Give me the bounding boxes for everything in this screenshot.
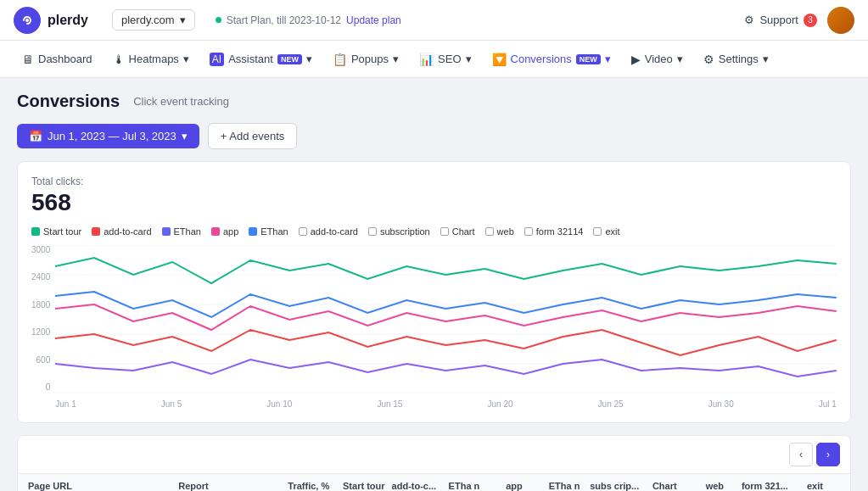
avatar[interactable]	[827, 7, 854, 34]
gear-icon: ⚙	[744, 14, 754, 26]
col-header-exit: exit ⓘ ↑↓	[790, 481, 840, 491]
update-plan-link[interactable]: Update plan	[346, 14, 401, 26]
legend-item-exit[interactable]: exit	[593, 226, 619, 237]
support-badge: 3	[804, 14, 817, 27]
settings-icon: ⚙	[703, 53, 714, 66]
col-label-subs-crip: subs crip...	[590, 481, 639, 491]
plan-text: Start Plan, till 2023-10-12	[227, 14, 341, 26]
logo: plerdy	[14, 7, 98, 34]
legend-dot-ethan2	[249, 227, 257, 236]
col-label-exit: exit	[807, 481, 823, 491]
legend-item-ethan1[interactable]: EThan	[162, 226, 201, 237]
avatar-image	[827, 7, 854, 34]
x-axis: Jun 1 Jun 5 Jun 10 Jun 15 Jun 20 Jun 25 …	[55, 399, 837, 409]
chevron-down-icon: ▾	[182, 130, 188, 142]
chart-card: Total clicks: 568 Start tour add-to-card…	[17, 161, 851, 423]
chart-legend: Start tour add-to-card EThan app EThan a…	[31, 226, 837, 237]
svg-point-1	[25, 19, 29, 22]
chevron-down-icon: ▾	[605, 53, 611, 65]
logo-text: plerdy	[48, 13, 88, 28]
page-header: Conversions Click event tracking	[17, 92, 851, 111]
legend-item-app[interactable]: app	[211, 226, 238, 237]
legend-item-subscription[interactable]: subscription	[368, 226, 430, 237]
date-range-label: Jun 1, 2023 — Jul 3, 2023	[48, 130, 176, 142]
calendar-icon: 📅	[29, 130, 42, 142]
nav-label-conversions: Conversions	[511, 53, 572, 65]
col-header-add-to-c: add-to-c... ⓘ ↑↓	[389, 481, 439, 491]
col-header-ethan-n: ETha n ⓘ ↑↓	[439, 481, 489, 491]
site-selector[interactable]: plerdy.com ▾	[112, 9, 195, 31]
legend-item-form32114[interactable]: form 32114	[524, 226, 584, 237]
main-nav: 🖥 Dashboard 🌡 Heatmaps ▾ AI Assistant NE…	[0, 41, 868, 78]
chevron-down-icon: ▾	[763, 53, 769, 65]
nav-item-conversions[interactable]: 🔽 Conversions NEW ▾	[484, 47, 619, 71]
nav-item-popups[interactable]: 📋 Popups ▾	[324, 47, 407, 71]
col-header-chart: Chart ⓘ ↑↓	[640, 481, 690, 491]
col-header-traffic: Traffic, % □ / □ / □	[278, 481, 339, 491]
nav-label-seo: SEO	[438, 53, 461, 65]
legend-checkbox-chart	[440, 227, 449, 236]
chevron-down-icon: ▾	[677, 53, 683, 65]
col-header-subs-crip: subs crip... ⓘ ↑↓	[590, 481, 640, 491]
table-header: Page URL / □ / □ Report Traffic, % □ / □…	[18, 474, 850, 491]
legend-item-add-to-card[interactable]: add-to-card	[92, 226, 151, 237]
legend-item-web[interactable]: web	[485, 226, 514, 237]
add-events-button[interactable]: + Add events	[208, 123, 298, 149]
nav-item-dashboard[interactable]: 🖥 Dashboard	[14, 47, 101, 71]
nav-item-video[interactable]: ▶ Video ▾	[623, 47, 692, 71]
toolbar: 📅 Jun 1, 2023 — Jul 3, 2023 ▾ + Add even…	[17, 123, 851, 149]
total-value: 568	[31, 189, 837, 216]
nav-label-video: Video	[645, 53, 673, 65]
legend-item-add-to-card2[interactable]: add-to-card	[299, 226, 358, 237]
conversions-icon: 🔽	[492, 53, 507, 66]
nav-label-assistant: Assistant	[228, 53, 273, 65]
chevron-down-icon: ▾	[466, 53, 472, 65]
heatmaps-icon: 🌡	[113, 53, 125, 66]
col-label-report: Report	[178, 481, 278, 491]
plan-status-dot	[216, 17, 221, 23]
legend-dot-add-to-card	[92, 227, 100, 236]
legend-dot-ethan1	[162, 227, 171, 236]
new-badge-assistant: NEW	[277, 54, 302, 64]
next-page-button[interactable]: ›	[816, 443, 840, 466]
support-button[interactable]: ⚙ Support 3	[744, 14, 817, 27]
col-header-url: Page URL / □ / □	[28, 481, 178, 491]
table-nav: ‹ ›	[18, 436, 850, 474]
col-header-form321: form 321... ⓘ ↑↓	[740, 481, 790, 491]
nav-item-assistant[interactable]: AI Assistant NEW ▾	[201, 47, 321, 71]
chevron-down-icon: ▾	[180, 14, 186, 26]
new-badge-conversions: NEW	[576, 54, 601, 64]
nav-label-heatmaps: Heatmaps	[129, 53, 179, 65]
plan-info: Start Plan, till 2023-10-12 Update plan	[216, 14, 401, 26]
top-bar-right: ⚙ Support 3	[744, 7, 854, 34]
legend-item-ethan2[interactable]: EThan	[249, 226, 288, 237]
legend-item-start-tour[interactable]: Start tour	[31, 226, 81, 237]
col-label-start-tour: Start tour	[343, 481, 385, 491]
assistant-icon: AI	[210, 53, 224, 66]
col-label-traffic: Traffic, %	[278, 481, 339, 491]
col-header-app: app ⓘ ↑↓	[489, 481, 539, 491]
page-title: Conversions	[17, 92, 120, 111]
page-content: Conversions Click event tracking 📅 Jun 1…	[0, 78, 868, 491]
col-label-add-to-c: add-to-c...	[392, 481, 437, 491]
nav-item-settings[interactable]: ⚙ Settings ▾	[695, 47, 777, 71]
nav-item-heatmaps[interactable]: 🌡 Heatmaps ▾	[104, 47, 198, 71]
date-range-button[interactable]: 📅 Jun 1, 2023 — Jul 3, 2023 ▾	[17, 124, 199, 148]
top-bar: plerdy plerdy.com ▾ Start Plan, till 202…	[0, 0, 868, 41]
col-label-chart: Chart	[652, 481, 677, 491]
dashboard-icon: 🖥	[22, 53, 34, 66]
nav-label-popups: Popups	[351, 53, 389, 65]
chevron-down-icon: ▾	[306, 53, 312, 65]
legend-dot-app	[211, 227, 220, 236]
chart-plot: Jun 1 Jun 5 Jun 10 Jun 15 Jun 20 Jun 25 …	[55, 245, 837, 409]
total-label: Total clicks:	[31, 176, 837, 187]
col-label-url: Page URL	[28, 481, 178, 491]
prev-page-button[interactable]: ‹	[789, 443, 813, 466]
col-header-start-tour: Start tour ⓘ ↑↓	[339, 481, 389, 491]
nav-label-settings: Settings	[719, 53, 759, 65]
nav-label-dashboard: Dashboard	[38, 53, 92, 65]
nav-item-seo[interactable]: 📊 SEO ▾	[411, 47, 479, 71]
col-header-ethan-n2: ETha n ⓘ ↑↓	[540, 481, 590, 491]
legend-item-chart[interactable]: Chart	[440, 226, 475, 237]
chevron-down-icon: ▾	[393, 53, 399, 65]
